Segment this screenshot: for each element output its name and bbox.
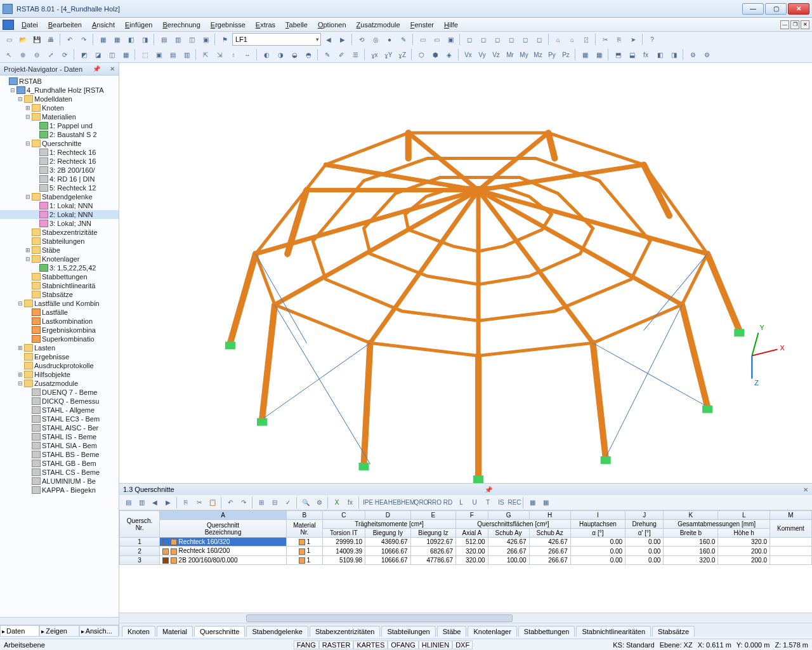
tb-btn[interactable]: ▣ — [444, 33, 457, 46]
table-row[interactable]: 1 Rechteck 160/320 129999.1043690.671092… — [120, 538, 812, 547]
menu-zusatzmodule[interactable]: Zusatzmodule — [351, 20, 405, 30]
mdi-app-icon[interactable] — [3, 20, 14, 30]
tree-item[interactable]: STAHL AISC - Ber — [0, 423, 119, 432]
dp-btn[interactable]: IPE — [362, 496, 374, 509]
dp-btn[interactable]: IS — [495, 496, 508, 509]
tb-btn[interactable]: ▭ — [416, 33, 429, 46]
tb-btn[interactable]: ▦ — [593, 48, 605, 61]
table-tab[interactable]: Stabnichtlinearitäten — [576, 626, 651, 637]
tree-item[interactable]: ⊞Stäbe — [0, 246, 119, 255]
tb-btn[interactable]: ◻ — [477, 33, 490, 46]
tb-btn[interactable]: ⌂ — [552, 33, 565, 46]
dp-btn[interactable]: QRO — [415, 496, 428, 509]
tb-btn[interactable]: ▥ — [180, 48, 193, 61]
tb-btn[interactable]: ✎ — [321, 48, 334, 61]
tb-btn[interactable]: ⬚ — [138, 48, 151, 61]
dp-btn[interactable]: ✂ — [193, 496, 206, 509]
tb-btn[interactable]: ɣZ — [396, 48, 409, 61]
tb-btn[interactable]: ⬒ — [612, 48, 624, 61]
panel-close-icon[interactable]: ✕ — [803, 486, 808, 493]
tree-item[interactable]: 2: Lokal; NNN — [0, 210, 119, 219]
tb-btn[interactable]: ⬡ — [415, 48, 428, 61]
tb-btn[interactable]: ⌂ — [566, 33, 579, 46]
tb-btn[interactable]: ▣ — [152, 48, 165, 61]
tb-btn[interactable]: ◩ — [77, 48, 90, 61]
tb-btn[interactable]: Pz — [560, 48, 572, 61]
tree-item[interactable]: 5: Rechteck 12 — [0, 183, 119, 192]
dp-btn[interactable]: ⚙ — [313, 496, 325, 509]
tree-item[interactable]: Superkombinatio — [0, 335, 119, 343]
tb-btn[interactable]: ◎ — [369, 33, 382, 46]
tree-item[interactable]: 3: Lokal; JNN — [0, 219, 119, 228]
tree-item[interactable]: Ergebnisse — [0, 352, 119, 361]
tree-item[interactable]: STAHL CS - Beme — [0, 468, 119, 477]
tb-btn[interactable]: Vx — [462, 48, 475, 61]
menu-ergebnisse[interactable]: Ergebnisse — [206, 20, 251, 30]
dp-btn[interactable]: HEA — [375, 496, 388, 509]
tree-item[interactable]: Lastkombination — [0, 317, 119, 326]
tb-btn[interactable]: Vz — [490, 48, 502, 61]
table-tab[interactable]: Knotenlager — [468, 626, 516, 637]
tb-btn[interactable]: ↕ — [227, 48, 240, 61]
tb-btn[interactable]: ✐ — [335, 48, 348, 61]
tb-btn[interactable]: ● — [383, 33, 396, 46]
tree-item[interactable]: ⊞Lasten — [0, 343, 119, 352]
tb-btn[interactable]: ◨ — [138, 33, 151, 46]
tb-btn[interactable]: ↖ — [3, 48, 15, 61]
tree-item[interactable]: Lastfälle — [0, 308, 119, 317]
tree-item[interactable]: 1: Rechteck 16 — [0, 148, 119, 157]
tb-btn[interactable]: ⬢ — [429, 48, 442, 61]
model-viewport[interactable]: X Y Z — [119, 63, 812, 483]
nav-tab-zeigen[interactable]: ▸Zeigen — [39, 625, 79, 637]
tb-btn[interactable]: ɣx — [368, 48, 381, 61]
dp-btn[interactable]: ▦ — [539, 496, 552, 509]
tb-btn[interactable]: ⍁ — [580, 33, 593, 46]
tb-btn[interactable]: ✂ — [599, 33, 612, 46]
menu-berechnung[interactable]: Berechnung — [157, 20, 205, 30]
tb-redo-icon[interactable]: ↷ — [77, 33, 90, 46]
tree-item[interactable]: 2: Baustahl S 2 — [0, 130, 119, 139]
tree-item[interactable]: Ausdruckprotokolle — [0, 361, 119, 370]
tb-btn[interactable]: ◪ — [91, 48, 104, 61]
tree-item[interactable]: ⊞Hilfsobjekte — [0, 370, 119, 379]
tree-item[interactable]: STAHL IS - Beme — [0, 432, 119, 441]
dp-btn[interactable]: REC — [508, 496, 521, 509]
table-tab[interactable]: Stäbe — [437, 626, 467, 637]
table-tab[interactable]: Stabsätze — [652, 626, 695, 637]
tree-item[interactable]: 3: 2B 200/160/ — [0, 166, 119, 175]
tb-btn[interactable]: ◧ — [124, 33, 137, 46]
dp-btn[interactable]: ↶ — [224, 496, 237, 509]
tb-flag-icon[interactable]: ⚑ — [218, 33, 231, 46]
panel-pin-icon[interactable]: 📌 — [485, 486, 492, 493]
menu-ansicht[interactable]: Ansicht — [87, 20, 120, 30]
tb-btn[interactable]: ◨ — [667, 48, 680, 61]
status-toggle[interactable]: HLINIEN — [419, 640, 452, 649]
tree-item[interactable]: ⊞Knoten — [0, 103, 119, 112]
tree-item[interactable]: KAPPA - Biegekn — [0, 486, 119, 494]
dp-btn[interactable]: L — [455, 496, 468, 509]
tb-btn[interactable]: ◻ — [519, 33, 532, 46]
table-row[interactable]: 2 Rechteck 160/200 114009.3910666.676826… — [120, 547, 812, 555]
tree-item[interactable]: STAHL SIA - Bem — [0, 441, 119, 450]
nav-tab-daten[interactable]: ▸Daten — [0, 625, 39, 637]
tree-item[interactable]: RSTAB — [0, 77, 119, 86]
tb-btn[interactable]: ⟳ — [58, 48, 71, 61]
navigator-pin-icon[interactable]: 📌 — [93, 65, 100, 72]
tb-btn[interactable]: My — [518, 48, 530, 61]
tb-help-icon[interactable]: ? — [646, 33, 658, 46]
tree-item[interactable]: 1: Lokal; NNN — [0, 201, 119, 210]
dp-btn[interactable]: fx — [344, 496, 357, 509]
dp-btn[interactable]: ◀ — [148, 496, 161, 509]
mdi-minimize-button[interactable]: — — [780, 20, 789, 29]
tb-btn[interactable]: ◐ — [260, 48, 273, 61]
status-toggle[interactable]: RASTER — [319, 640, 354, 649]
tb-next-icon[interactable]: ▶ — [336, 33, 349, 46]
tree-item[interactable]: ⊟Modelldaten — [0, 95, 119, 103]
dp-btn[interactable]: RRO — [428, 496, 441, 509]
menu-fenster[interactable]: Fenster — [405, 20, 439, 30]
tree-item[interactable]: 2: Rechteck 16 — [0, 157, 119, 166]
tree-item[interactable]: Ergebniskombina — [0, 326, 119, 335]
table-tab[interactable]: Stabteilungen — [381, 626, 435, 637]
window-close-button[interactable]: ✕ — [788, 3, 809, 15]
tb-btn[interactable]: ⬓ — [625, 48, 638, 61]
